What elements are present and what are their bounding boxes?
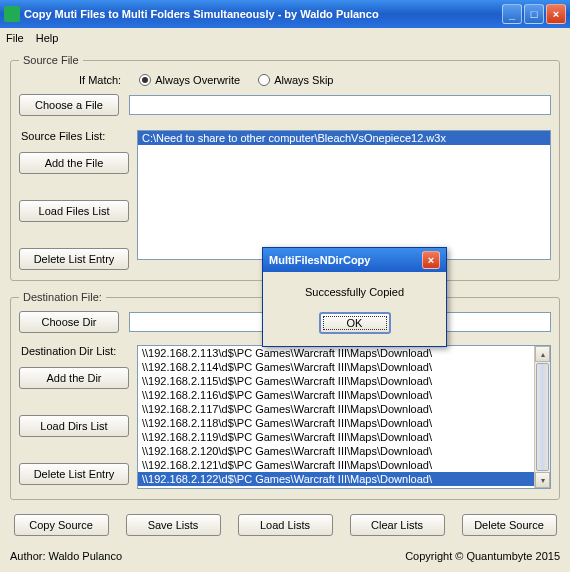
copyright-label: Copyright © Quantumbyte 2015 bbox=[405, 550, 560, 562]
list-item[interactable]: \\192.168.2.118\d$\PC Games\Warcraft III… bbox=[138, 416, 550, 430]
dialog-title: MultiFilesNDirCopy bbox=[269, 254, 422, 266]
ok-button[interactable]: OK bbox=[319, 312, 391, 334]
load-lists-button[interactable]: Load Lists bbox=[238, 514, 333, 536]
copy-source-button[interactable]: Copy Source bbox=[14, 514, 109, 536]
scroll-down-icon[interactable]: ▾ bbox=[535, 472, 550, 488]
list-item[interactable]: \\192.168.2.114\d$\PC Games\Warcraft III… bbox=[138, 360, 550, 374]
dest-list-label: Destination Dir List: bbox=[19, 345, 129, 357]
menubar: File Help bbox=[0, 28, 570, 48]
list-item[interactable]: \\192.168.2.122\d$\PC Games\Warcraft III… bbox=[138, 472, 550, 486]
add-dir-button[interactable]: Add the Dir bbox=[19, 367, 129, 389]
source-list-label: Source Files List: bbox=[19, 130, 129, 142]
footer: Author: Waldo Pulanco Copyright © Quantu… bbox=[0, 546, 570, 568]
source-files-listbox[interactable]: C:\Need to share to other computer\Bleac… bbox=[137, 130, 551, 260]
dialog-message: Successfully Copied bbox=[273, 286, 436, 298]
list-item[interactable]: \\192.168.2.115\d$\PC Games\Warcraft III… bbox=[138, 374, 550, 388]
add-file-button[interactable]: Add the File bbox=[19, 152, 129, 174]
author-label: Author: Waldo Pulanco bbox=[10, 550, 122, 562]
menu-help[interactable]: Help bbox=[36, 32, 59, 44]
if-match-label: If Match: bbox=[79, 74, 121, 86]
radio-icon bbox=[139, 74, 151, 86]
delete-dest-entry-button[interactable]: Delete List Entry bbox=[19, 463, 129, 485]
save-lists-button[interactable]: Save Lists bbox=[126, 514, 221, 536]
list-item[interactable]: \\192.168.2.113\d$\PC Games\Warcraft III… bbox=[138, 346, 550, 360]
delete-source-entry-button[interactable]: Delete List Entry bbox=[19, 248, 129, 270]
list-item[interactable]: \\192.168.2.119\d$\PC Games\Warcraft III… bbox=[138, 430, 550, 444]
success-dialog: MultiFilesNDirCopy × Successfully Copied… bbox=[262, 247, 447, 347]
app-icon bbox=[4, 6, 20, 22]
delete-source-button[interactable]: Delete Source bbox=[462, 514, 557, 536]
scroll-thumb[interactable] bbox=[536, 363, 549, 471]
close-button[interactable]: × bbox=[546, 4, 566, 24]
maximize-button[interactable]: □ bbox=[524, 4, 544, 24]
radio-icon bbox=[258, 74, 270, 86]
list-item[interactable]: \\192.168.2.121\d$\PC Games\Warcraft III… bbox=[138, 458, 550, 472]
file-path-input[interactable] bbox=[129, 95, 551, 115]
titlebar[interactable]: Copy Muti Files to Multi Folders Simulta… bbox=[0, 0, 570, 28]
list-item[interactable]: \\192.168.2.120\d$\PC Games\Warcraft III… bbox=[138, 444, 550, 458]
menu-file[interactable]: File bbox=[6, 32, 24, 44]
destination-dir-listbox[interactable]: \\192.168.2.113\d$\PC Games\Warcraft III… bbox=[137, 345, 551, 489]
choose-dir-button[interactable]: Choose Dir bbox=[19, 311, 119, 333]
load-dirs-list-button[interactable]: Load Dirs List bbox=[19, 415, 129, 437]
minimize-button[interactable]: _ bbox=[502, 4, 522, 24]
radio-always-overwrite[interactable]: Always Overwrite bbox=[139, 74, 240, 86]
list-item[interactable]: \\192.168.2.116\d$\PC Games\Warcraft III… bbox=[138, 388, 550, 402]
load-files-list-button[interactable]: Load Files List bbox=[19, 200, 129, 222]
list-item[interactable]: C:\Need to share to other computer\Bleac… bbox=[138, 131, 550, 145]
source-legend: Source File bbox=[19, 54, 83, 66]
dest-legend: Destination File: bbox=[19, 291, 106, 303]
window-title: Copy Muti Files to Multi Folders Simulta… bbox=[24, 8, 502, 20]
dialog-close-button[interactable]: × bbox=[422, 251, 440, 269]
dialog-titlebar[interactable]: MultiFilesNDirCopy × bbox=[263, 248, 446, 272]
choose-file-button[interactable]: Choose a File bbox=[19, 94, 119, 116]
clear-lists-button[interactable]: Clear Lists bbox=[350, 514, 445, 536]
list-item[interactable]: \\192.168.2.117\d$\PC Games\Warcraft III… bbox=[138, 402, 550, 416]
bottom-toolbar: Copy Source Save Lists Load Lists Clear … bbox=[10, 510, 560, 540]
radio-always-skip[interactable]: Always Skip bbox=[258, 74, 333, 86]
scrollbar[interactable]: ▴ ▾ bbox=[534, 346, 550, 488]
scroll-up-icon[interactable]: ▴ bbox=[535, 346, 550, 362]
